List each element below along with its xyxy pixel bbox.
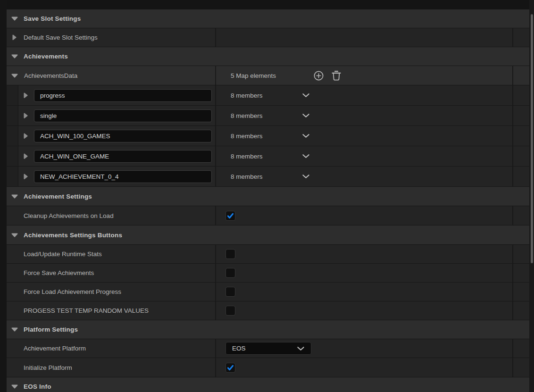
property-label: Default Save Slot Settings <box>24 34 98 41</box>
chevron-down-icon[interactable] <box>302 113 310 118</box>
map-element-row: 8 members <box>7 85 529 106</box>
property-label: Force Load Achievement Progress <box>24 288 121 295</box>
map-element-row: 8 members <box>7 146 529 167</box>
row-end-cell <box>513 339 529 358</box>
add-map-element-button[interactable] <box>313 70 324 81</box>
map-element-row: 8 members <box>7 126 529 146</box>
category-label: Achievement Settings <box>24 193 92 200</box>
chevron-down-icon[interactable] <box>302 174 310 179</box>
load-update-runtime-stats-checkbox[interactable] <box>225 249 235 259</box>
triangle-down-icon[interactable] <box>11 17 18 21</box>
category-label: Platform Settings <box>24 326 78 333</box>
triangle-right-icon[interactable] <box>24 153 28 159</box>
achievement-platform-select[interactable]: EOS <box>225 342 311 355</box>
property-label: Force Save Achievments <box>24 269 94 276</box>
cleanup-achievements-checkbox[interactable] <box>225 211 235 221</box>
force-save-achievments-checkbox[interactable] <box>225 268 235 278</box>
row-achievement-platform: Achievement Platform EOS <box>7 339 529 358</box>
struct-members-count: 8 members <box>231 153 263 160</box>
property-name-cell: Default Save Slot Settings <box>7 28 216 47</box>
force-load-achievement-progress-checkbox[interactable] <box>225 287 235 297</box>
row-end-cell <box>513 106 529 125</box>
property-label: Load/Update Runtime Stats <box>24 250 102 258</box>
triangle-right-icon[interactable] <box>24 92 28 99</box>
row-end-cell <box>513 245 529 263</box>
map-key-input[interactable] <box>34 150 212 163</box>
row-end-cell <box>513 85 529 105</box>
property-name-cell: Force Load Achievement Progress <box>7 283 216 301</box>
scrollbar-thumb[interactable] <box>531 14 533 263</box>
category-platform-settings[interactable]: Platform Settings <box>7 320 529 339</box>
left-margin-strip <box>0 0 7 392</box>
scrollbar-track[interactable] <box>529 0 534 392</box>
plus-circle-icon <box>313 70 324 81</box>
property-label: Cleanup Achievements on Load <box>24 212 114 219</box>
chevron-down-icon[interactable] <box>302 93 310 98</box>
row-cleanup-achievements: Cleanup Achievements on Load <box>7 206 529 225</box>
property-value-cell <box>216 28 513 47</box>
row-progess-test-temp-random-values: PROGESS TEST TEMP RANDOM VALUES <box>7 301 529 320</box>
row-end-cell <box>513 146 529 166</box>
map-elements-count: 5 Map elements <box>231 72 276 79</box>
struct-members-count: 8 members <box>231 173 263 180</box>
row-initialize-platform: Initialize Platform <box>7 358 529 377</box>
map-key-cell <box>7 167 216 186</box>
triangle-down-icon[interactable] <box>11 74 18 78</box>
map-value-cell: 8 members <box>216 126 513 146</box>
property-label: PROGESS TEST TEMP RANDOM VALUES <box>24 307 149 314</box>
triangle-down-icon[interactable] <box>11 384 18 389</box>
category-label: Achievements <box>24 53 68 60</box>
category-label: Achievements Settings Buttons <box>24 232 122 239</box>
property-name-cell: Cleanup Achievements on Load <box>7 206 216 225</box>
triangle-right-icon[interactable] <box>24 133 28 139</box>
row-achievements-data: AchievementsData 5 Map elements <box>7 66 529 85</box>
map-key-input[interactable] <box>34 109 212 122</box>
initialize-platform-checkbox[interactable] <box>225 363 235 373</box>
triangle-down-icon[interactable] <box>11 194 18 199</box>
chevron-down-icon[interactable] <box>302 133 310 138</box>
chevron-down-icon <box>297 346 305 351</box>
category-label: EOS Info <box>24 383 51 390</box>
indent-gutter <box>7 106 18 125</box>
triangle-down-icon[interactable] <box>11 54 18 58</box>
map-value-cell: 8 members <box>216 85 513 105</box>
details-panel: Save Slot Settings Default Save Slot Set… <box>0 0 534 392</box>
selected-platform: EOS <box>232 345 246 352</box>
struct-members-count: 8 members <box>231 133 263 140</box>
row-end-cell <box>513 28 529 47</box>
chevron-down-icon[interactable] <box>302 154 310 158</box>
property-name-cell: Achievement Platform <box>7 339 216 358</box>
struct-members-count: 8 members <box>231 92 263 99</box>
checkmark-icon <box>227 213 234 219</box>
map-key-input[interactable] <box>34 89 212 102</box>
triangle-right-icon[interactable] <box>12 34 17 41</box>
property-value-cell <box>216 245 513 263</box>
triangle-right-icon[interactable] <box>24 174 28 180</box>
category-achievements-settings-buttons[interactable]: Achievements Settings Buttons <box>7 225 529 245</box>
property-label: Initialize Platform <box>24 364 72 371</box>
map-key-input[interactable] <box>34 170 212 183</box>
map-key-input[interactable] <box>34 130 212 142</box>
indent-gutter <box>7 126 18 146</box>
triangle-right-icon[interactable] <box>24 113 28 119</box>
category-achievement-settings[interactable]: Achievement Settings <box>7 187 529 206</box>
map-element-row: 8 members <box>7 106 529 126</box>
row-force-load-achievement-progress: Force Load Achievement Progress <box>7 283 529 301</box>
category-save-slot-settings[interactable]: Save Slot Settings <box>7 9 529 28</box>
progess-test-temp-random-values-checkbox[interactable] <box>225 306 235 316</box>
map-value-cell: 8 members <box>216 106 513 125</box>
category-eos-info[interactable]: EOS Info <box>7 377 529 392</box>
row-end-cell <box>513 167 529 186</box>
category-achievements[interactable]: Achievements <box>7 47 529 66</box>
triangle-down-icon[interactable] <box>11 233 18 237</box>
triangle-down-icon[interactable] <box>11 327 18 332</box>
property-value-cell <box>216 283 513 301</box>
property-value-cell: EOS <box>216 339 513 358</box>
clear-map-elements-button[interactable] <box>331 70 342 81</box>
trash-icon <box>331 70 342 81</box>
property-value-cell <box>216 358 513 377</box>
property-label: Achievement Platform <box>24 345 86 352</box>
row-end-cell <box>513 283 529 301</box>
map-key-cell <box>7 126 216 146</box>
row-end-cell <box>513 66 529 85</box>
